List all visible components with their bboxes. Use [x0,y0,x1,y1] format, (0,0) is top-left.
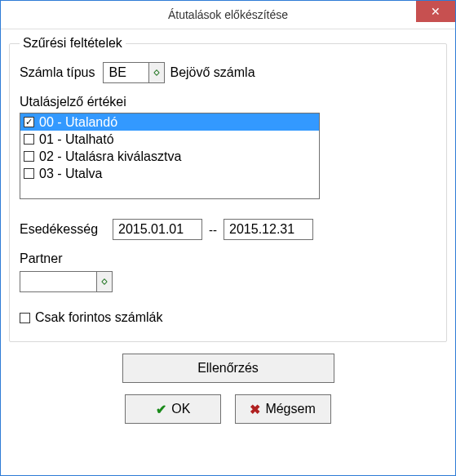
partner-dropdown-button[interactable] [96,271,113,292]
only-huf-label: Csak forintos számlák [35,310,163,325]
duedate-separator: -- [209,223,217,237]
close-icon: ✕ [431,5,441,18]
ok-button-label: OK [171,402,190,416]
close-button[interactable]: ✕ [416,1,455,22]
content-area: Szűrési feltételek Számla típus BE Bejöv… [1,29,455,432]
partner-block: Partner [20,251,436,292]
account-type-description: Bejövő számla [170,65,255,80]
buttons-area: Ellenőrzés ✔ OK ✖ Mégsem [9,354,447,424]
window-title: Átutalások előkészítése [168,8,288,21]
svg-marker-1 [154,72,159,76]
checkbox-icon[interactable] [24,168,34,179]
svg-marker-3 [102,281,107,285]
list-item[interactable]: 01 - Utalható [20,131,319,148]
cancel-icon: ✖ [250,402,260,417]
list-item-label: 00 - Utalandó [39,115,117,130]
dropdown-icon [101,278,108,285]
filter-groupbox: Szűrési feltételek Számla típus BE Bejöv… [9,36,447,342]
checkbox-icon[interactable] [24,117,34,127]
duedate-row: Esedékesség 2015.01.01 -- 2015.12.31 [20,219,436,240]
svg-marker-0 [154,69,159,73]
list-item[interactable]: 03 - Utalva [20,165,319,182]
check-button[interactable]: Ellenőrzés [122,354,334,383]
cancel-button[interactable]: ✖ Mégsem [235,394,331,424]
indicator-label: Utalásjelző értékei [20,95,126,109]
cancel-button-label: Mégsem [265,402,315,416]
partner-combo[interactable] [20,271,113,292]
title-bar: Átutalások előkészítése ✕ [1,1,455,29]
indicator-listbox[interactable]: 00 - Utalandó 01 - Utalható 02 - Utalásr… [20,113,320,199]
ok-icon: ✔ [156,402,166,417]
duedate-label: Esedékesség [20,222,98,237]
account-type-input[interactable]: BE [103,62,148,83]
duedate-to-input[interactable]: 2015.12.31 [224,219,313,240]
account-type-dropdown-button[interactable] [148,62,165,83]
check-button-label: Ellenőrzés [197,361,259,376]
groupbox-legend: Szűrési feltételek [20,36,126,51]
dialog-window: Átutalások előkészítése ✕ Szűrési feltét… [0,0,456,476]
list-item[interactable]: 00 - Utalandó [20,113,319,131]
list-item-label: 02 - Utalásra kiválasztva [39,149,181,164]
partner-input[interactable] [20,271,96,292]
account-type-label: Számla típus [20,65,95,80]
list-item-label: 01 - Utalható [39,132,114,147]
checkbox-icon[interactable] [24,134,34,145]
duedate-from-input[interactable]: 2015.01.01 [113,219,202,240]
list-item[interactable]: 02 - Utalásra kiválasztva [20,148,319,165]
only-huf-row[interactable]: Csak forintos számlák [20,310,436,325]
list-item-label: 03 - Utalva [39,167,102,181]
only-huf-checkbox[interactable] [20,313,30,323]
ok-button[interactable]: ✔ OK [125,394,221,424]
svg-marker-2 [102,278,107,282]
checkbox-icon[interactable] [24,151,34,162]
account-type-combo[interactable]: BE [103,62,165,83]
dropdown-icon [153,69,160,76]
partner-label: Partner [20,251,62,265]
account-type-row: Számla típus BE Bejövő számla [20,62,436,83]
